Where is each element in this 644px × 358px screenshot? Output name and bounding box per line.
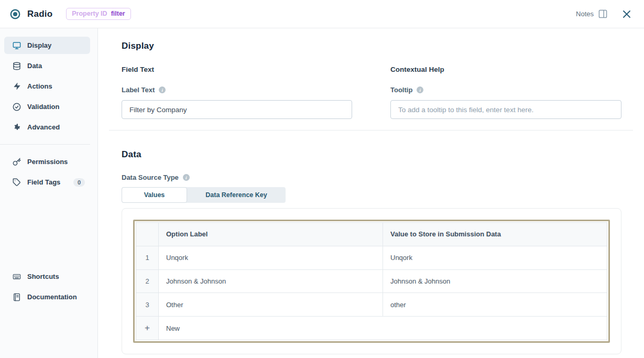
check-circle-icon [13,103,21,111]
sidebar-item-label: Field Tags [27,178,60,186]
database-icon [13,62,21,70]
data-section-heading: Data [122,149,621,160]
table-selection-frame[interactable]: Option Label Value to Store in Submissio… [133,220,610,343]
value-cell[interactable]: other [383,293,607,316]
close-icon[interactable] [622,9,631,19]
column-header-option-label: Option Label [159,223,383,246]
keyboard-icon [13,273,21,281]
property-id-badge[interactable]: Property ID filter [66,8,130,20]
sidebar-item-field-tags[interactable]: Field Tags 0 [0,173,90,191]
modal-header: Radio Property ID filter Notes [0,0,644,28]
table-row: 2 Johnson & Johnson Johnson & Johnson [136,270,607,294]
tag-icon [13,178,21,187]
option-label-cell[interactable]: Unqork [159,246,383,269]
field-text-subheading: Field Text [122,66,352,73]
sidebar-item-advanced[interactable]: Advanced [0,118,90,136]
sidebar-bottom-group: Shortcuts Documentation [0,268,97,358]
tooltip-input[interactable] [390,100,621,119]
component-title: Radio [27,9,52,19]
data-source-type-label: Data Source Type [122,173,179,181]
field-tags-count-badge: 0 [73,178,85,187]
settings-main-panel: Display Field Text Label Text i Contextu… [98,28,644,358]
value-cell[interactable]: Johnson & Johnson [383,270,607,293]
info-icon[interactable]: i [159,86,166,93]
sidebar-item-label: Data [27,62,42,70]
sidebar-item-label: Advanced [27,123,60,131]
notes-toggle[interactable]: Notes [576,9,607,18]
row-number: 2 [136,270,159,293]
label-text-label: Label Text [122,86,155,94]
tab-values[interactable]: Values [122,187,187,203]
option-label-cell[interactable]: Johnson & Johnson [159,270,383,293]
tab-data-reference-key[interactable]: Data Reference Key [187,187,286,203]
table-row: 3 Other other [136,293,607,317]
option-label-cell[interactable]: Other [159,293,383,316]
contextual-help-subheading: Contextual Help [390,66,621,73]
info-icon[interactable]: i [183,174,190,181]
new-row-label: New [159,317,607,340]
data-source-type-tabs: Values Data Reference Key [122,187,286,203]
sidebar-item-label: Validation [27,103,59,111]
property-id-label: Property ID [72,10,107,17]
property-id-value: filter [111,10,125,17]
values-table-panel: Option Label Value to Store in Submissio… [122,208,621,354]
row-number: 3 [136,293,159,316]
book-icon [13,293,21,301]
sidebar-divider [0,144,90,145]
notes-label: Notes [576,10,594,18]
options-table: Option Label Value to Store in Submissio… [136,222,607,340]
label-text-input[interactable] [122,100,352,119]
radio-component-icon [9,8,21,20]
component-config-modal: Radio Property ID filter Notes [0,0,644,358]
info-icon[interactable]: i [417,86,423,93]
sidebar-item-label: Permissions [27,158,68,166]
add-new-row[interactable]: + New [136,317,607,340]
row-number-header [136,223,159,246]
gear-icon [13,123,21,132]
sidebar-item-label: Shortcuts [27,273,59,280]
sidebar-item-documentation[interactable]: Documentation [0,288,90,306]
sidebar-item-validation[interactable]: Validation [0,98,90,115]
table-row: 1 Unqork Unqork [136,246,607,270]
sidebar-item-permissions[interactable]: Permissions [0,153,90,170]
settings-sidebar: Display Data Actions [0,28,98,358]
table-header-row: Option Label Value to Store in Submissio… [136,223,607,246]
section-divider [109,130,633,131]
sidebar-item-label: Documentation [27,293,77,301]
tooltip-label: Tooltip [390,86,412,94]
row-number: 1 [136,246,159,269]
value-cell[interactable]: Unqork [383,246,607,269]
lightning-icon [13,82,21,91]
sidebar-item-label: Actions [27,82,52,90]
sidebar-item-actions[interactable]: Actions [0,78,90,95]
display-section-heading: Display [122,41,621,51]
column-header-value: Value to Store in Submission Data [383,223,607,246]
sidebar-item-data[interactable]: Data [0,57,90,74]
sidebar-item-display[interactable]: Display [4,37,90,54]
plus-icon[interactable]: + [145,323,150,333]
sidebar-item-shortcuts[interactable]: Shortcuts [0,268,90,285]
monitor-icon [13,41,21,50]
notes-panel-icon [598,9,607,18]
sidebar-item-label: Display [27,41,51,49]
key-icon [13,158,21,166]
